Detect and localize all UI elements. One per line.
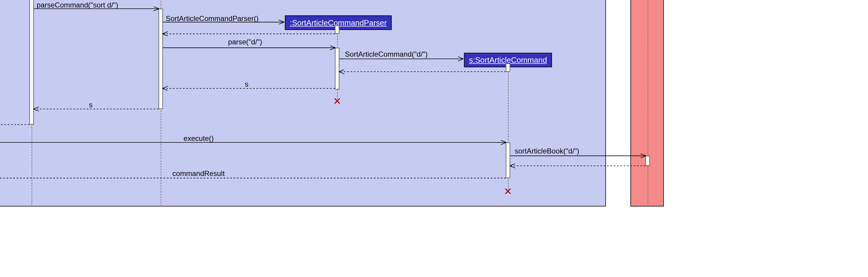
- activation-sort-article-command-2: [506, 142, 510, 178]
- msg-parse: parse("d/"): [228, 38, 262, 46]
- activation-address-book-parser: [29, 0, 34, 125]
- destroy-sort-article-command-parser: ✕: [333, 95, 341, 107]
- msg-parse-command-2: parseCommand("sort d/"): [36, 1, 118, 9]
- activation-sort-article-command-parser-1: [335, 26, 339, 34]
- activation-sort-article-command-1: [506, 63, 510, 72]
- msg-execute-2: execute(): [184, 134, 214, 142]
- frame-model: Model: [630, 0, 664, 206]
- lifeline-model: [648, 0, 648, 206]
- msg-return-s2: s: [89, 101, 93, 109]
- activation-model: [646, 156, 650, 166]
- destroy-sort-article-command: ✕: [504, 185, 512, 198]
- msg-ctor-command: SortArticleCommand("d/"): [345, 50, 428, 58]
- msg-command-result-1: commandResult: [173, 169, 225, 177]
- msg-sort-article-book: sortArticleBook("d/"): [515, 147, 579, 155]
- activation-article-book-parser: [158, 9, 163, 109]
- msg-return-s1: s: [245, 80, 248, 88]
- msg-ctor-parser: SortArticleCommandParser(): [166, 15, 258, 23]
- activation-sort-article-command-parser-2: [335, 48, 339, 89]
